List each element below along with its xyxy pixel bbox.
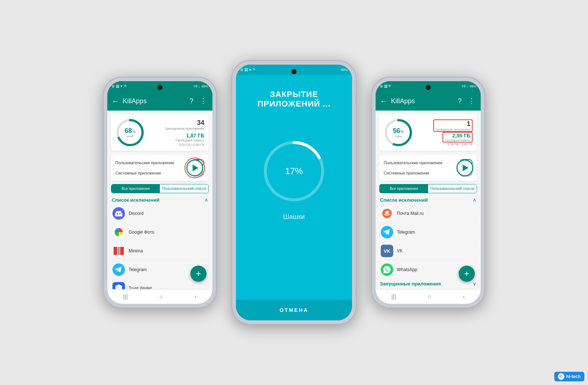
app-name-loading: Шашки — [283, 213, 305, 221]
nav-home-1[interactable]: ○ — [159, 294, 163, 300]
free-label-1: Свободная память — [149, 138, 204, 142]
watermark-text: hi-tech — [566, 374, 581, 379]
vk-icon: VK — [381, 245, 393, 257]
app-list-1: Discord — [107, 204, 212, 298]
apps-count-highlight-3: 1 Запущенные приложения — [433, 119, 473, 132]
apps-label-3: Запущенные приложения — [435, 128, 470, 131]
cancel-button-2[interactable]: ОТМЕНА — [236, 300, 352, 320]
ram-percent-1: 68% RAM — [125, 127, 136, 138]
apps-label-1: Запущенные приложения — [149, 127, 204, 130]
app-bar-3: ← KillApps ? ⋮ — [376, 91, 481, 111]
running-chevron-3: ∨ — [473, 281, 476, 287]
play-icon-3 — [463, 165, 469, 171]
app-name-discord: Discord — [129, 211, 144, 216]
exclusion-header-1: Список исключений ∧ — [107, 193, 212, 204]
used-memory-3: 3,35 ГБ / 5,90 ГБ — [417, 143, 473, 146]
user-apps-label-1: Пользовательские приложения — [115, 161, 174, 165]
camera-notch-2 — [291, 69, 297, 74]
app-name-telegram-1: Telegram — [129, 267, 147, 272]
svg-rect-3 — [118, 247, 120, 255]
battery-2: 98% — [341, 68, 348, 72]
status-right-1: Yll↑↓ 99% — [193, 84, 208, 88]
tab-bar-1: Все приложения Пользовательский список — [111, 184, 209, 193]
apps-count-1: 34 — [149, 119, 204, 127]
svg-rect-4 — [120, 247, 124, 255]
app-name-google-photos: Google Фото — [129, 230, 154, 235]
play-button-1[interactable] — [186, 159, 203, 176]
ram-info-3: 1 Запущенные приложения 2,55 ГБ Свободна… — [417, 119, 473, 146]
back-button-1[interactable]: ← — [112, 97, 119, 105]
used-memory-1: 4,03 ГБ / 5,90 ГБ — [149, 143, 204, 147]
user-apps-label-3: Пользовательские приложения — [384, 161, 442, 165]
nav-home-3[interactable]: ○ — [428, 294, 431, 300]
loading-body: ЗАКРЫТИЕ ПРИЛОЖЕНИЙ ... 17% Шашки — [236, 75, 352, 300]
exclusion-title-3: Список исключений — [380, 197, 428, 203]
camera-notch-3 — [426, 85, 431, 90]
svg-rect-2 — [114, 247, 117, 255]
svg-point-10 — [385, 211, 389, 215]
system-apps-label-3: Системные приложения — [384, 171, 429, 175]
ram-circle-1: 68% RAM — [115, 118, 145, 147]
toggle-section-3: Пользовательские приложения Системные пр… — [379, 155, 477, 181]
scene: ⊞ 🖼 ▼ 🔍 Yll↑↓ 99% ← KillApps ? ⋮ — [0, 0, 588, 385]
ram-circle-3: 56% RAM — [384, 118, 413, 147]
tab-custom-list-1[interactable]: Пользовательский список — [160, 184, 208, 193]
vk-label: VK — [384, 248, 390, 254]
google-photos-icon — [112, 226, 125, 238]
bottom-nav-1: ||| ○ ‹ — [107, 289, 212, 304]
camera-notch — [157, 85, 162, 90]
list-item: Minima — [111, 242, 209, 260]
list-item: Почта Mail.ru — [379, 204, 477, 223]
play-button-3[interactable] — [456, 159, 473, 176]
play-icon-1 — [193, 165, 198, 171]
screen-1: 68% RAM 34 Запущенные приложения 1,87 ГБ… — [107, 111, 212, 304]
fab-add-3[interactable]: + — [459, 266, 475, 282]
list-item: Telegram — [379, 223, 477, 242]
apps-count-3: 1 — [435, 120, 470, 128]
app-name-minima: Minima — [129, 248, 143, 253]
nav-back-3[interactable]: ‹ — [463, 294, 465, 300]
free-memory-1: 1,87 ГБ — [149, 133, 204, 138]
progress-container: 17% — [261, 138, 327, 204]
nav-menu-3[interactable]: ||| — [391, 294, 396, 300]
discord-icon — [112, 207, 125, 220]
mail-icon — [381, 207, 393, 220]
progress-percent: 17% — [285, 166, 303, 176]
loading-title: ЗАКРЫТИЕ ПРИЛОЖЕНИЙ ... — [243, 90, 345, 109]
phone3: ⊞ 🖼 🔍 Yll↑↓ 99% ← KillApps ? ⋮ — [371, 77, 485, 308]
signal-icon-1: Yll↑↓ — [193, 84, 200, 88]
back-button-3[interactable]: ← — [380, 97, 387, 105]
toggle-section-1: Пользовательские приложения Системные пр… — [111, 155, 209, 181]
help-button-3[interactable]: ? — [456, 96, 463, 107]
tab-all-apps-3[interactable]: Все приложения — [380, 184, 428, 193]
app-name-vk: VK — [397, 248, 403, 253]
app-title-1: KillApps — [123, 97, 184, 105]
running-apps-title-3: Запущенные приложения — [380, 281, 441, 287]
minima-icon — [112, 245, 125, 257]
tab-custom-list-3[interactable]: Пользовательский список — [428, 184, 477, 193]
list-item: VK VK — [379, 242, 477, 260]
free-label-3: Свободная память — [445, 138, 470, 142]
watermark-logo: © — [558, 373, 564, 380]
screen-3: 56% RAM 1 Запущенные приложения — [376, 111, 481, 304]
menu-button-3[interactable]: ⋮ — [467, 96, 476, 107]
whatsapp-icon — [381, 263, 393, 276]
ram-percent-num-1: 68 — [125, 127, 132, 134]
help-button-1[interactable]: ? — [188, 96, 195, 107]
ram-card-3: 56% RAM 1 Запущенные приложения — [379, 114, 477, 151]
exclusion-title-1: Список исключений — [112, 197, 159, 203]
fab-add-1[interactable]: + — [190, 266, 207, 282]
app-title-3: KillApps — [391, 97, 453, 105]
nav-menu-1[interactable]: ||| — [123, 294, 128, 300]
status-icons-3: ⊞ 🖼 🔍 — [380, 84, 392, 88]
app-name-mail: Почта Mail.ru — [397, 211, 424, 216]
app-bar-1: ← KillApps ? ⋮ — [107, 91, 212, 111]
app-name-whatsapp: WhatsApp — [397, 267, 417, 272]
nav-back-1[interactable]: ‹ — [195, 294, 197, 300]
exclusion-chevron-3: ∧ — [473, 197, 476, 203]
ram-label-3: RAM — [393, 135, 404, 138]
cancel-label: ОТМЕНА — [280, 307, 309, 313]
play-btn-container-3 — [456, 159, 473, 176]
menu-button-1[interactable]: ⋮ — [198, 96, 208, 107]
tab-all-apps-1[interactable]: Все приложения — [111, 184, 160, 193]
